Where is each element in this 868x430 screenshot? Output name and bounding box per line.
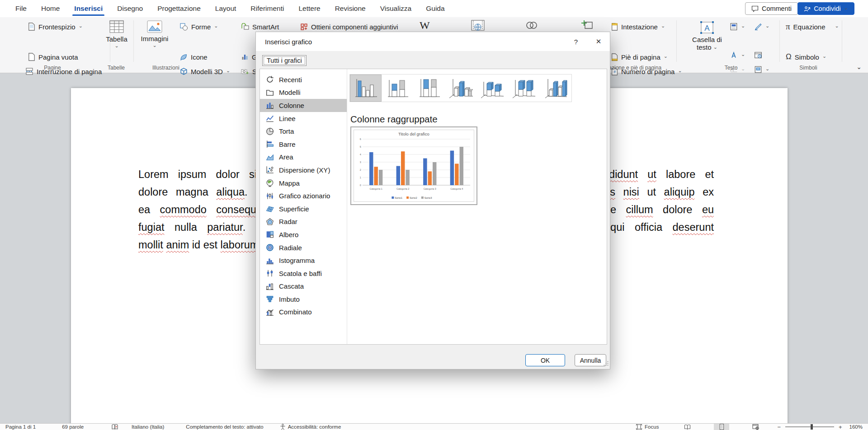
thumb-clustered-column[interactable] (350, 75, 382, 102)
models-3d-button[interactable]: Modelli 3D⌄ (180, 66, 230, 77)
menu-tab-inserisci[interactable]: Inserisci (67, 0, 110, 17)
symbol-button[interactable]: Ω Simbolo ⌄ (786, 51, 826, 62)
chart-category-radar[interactable]: Radar (260, 215, 347, 229)
smartart-button[interactable]: SmartArt (241, 21, 279, 32)
folder-chart-icon (266, 89, 274, 97)
chart-icon (241, 53, 249, 61)
thumb-stacked-column[interactable] (382, 75, 413, 102)
chart-category-scatola-e-baffi[interactable]: Scatola e baffi (260, 267, 347, 280)
link-button[interactable] (524, 20, 539, 31)
chart-category-linee[interactable]: Linee (260, 112, 347, 125)
area-chart-icon (266, 153, 274, 161)
focus-label[interactable]: Focus (645, 424, 659, 430)
menu-tab-visualizza[interactable]: Visualizza (373, 0, 419, 17)
text-completion-status[interactable]: Completamento del testo: attivato (186, 424, 263, 430)
chart-category-istogramma[interactable]: Istogramma (260, 254, 347, 267)
chart-category-mappa[interactable]: Mappa (260, 177, 347, 190)
chart-category-grafico-azionario[interactable]: Grafico azionario (260, 189, 347, 202)
chart-category-barre[interactable]: Barre (260, 138, 347, 151)
zoom-slider[interactable] (785, 426, 834, 427)
dialog-help-button[interactable]: ? (565, 32, 587, 51)
page-break-button[interactable]: Interruzione di pagina (25, 66, 102, 77)
map-chart-icon (266, 179, 274, 187)
menu-tab-lettere[interactable]: Lettere (291, 0, 327, 17)
dialog-close-button[interactable]: ✕ (587, 32, 610, 51)
online-video-button[interactable] (471, 20, 485, 31)
print-layout-button[interactable] (714, 424, 729, 430)
blank-page-button[interactable]: Pagina vuota (28, 51, 78, 62)
chart-category-modelli[interactable]: Modelli (260, 86, 347, 99)
table-button[interactable]: Tabella ⌄ (103, 20, 130, 47)
thumb-3d-stacked-column[interactable] (476, 75, 508, 102)
date-time-button[interactable] (754, 50, 762, 61)
menu-tab-home[interactable]: Home (34, 0, 67, 17)
tab-tutti-i-grafici[interactable]: Tutti i grafici (262, 55, 307, 66)
menu-tab-file[interactable]: File (8, 0, 34, 17)
wikipedia-button[interactable]: W (420, 20, 430, 31)
new-comment-button[interactable] (579, 20, 593, 31)
menu-tab-guida[interactable]: Guida (419, 0, 452, 17)
page-count-status[interactable]: Pagina 1 di 1 (5, 424, 36, 430)
footer-button[interactable]: Piè di pagina⌄ (611, 51, 668, 62)
chart-category-radiale[interactable]: Radiale (260, 241, 347, 254)
chart-category-dispersione-xy[interactable]: Dispersione (XY) (260, 164, 347, 177)
thumb-3d-100-stacked-column[interactable] (508, 75, 540, 102)
pictures-button[interactable]: Immagini ⌄ (138, 20, 171, 46)
focus-icon[interactable] (636, 424, 642, 430)
text-box-button[interactable]: A Casella di testo ⌄ (688, 20, 726, 51)
zoom-in-button[interactable]: + (838, 424, 843, 430)
menu-tab-riferimenti[interactable]: Riferimenti (243, 0, 291, 17)
chart-category-torta[interactable]: Torta (260, 125, 347, 138)
menu-tab-disegno[interactable]: Disegno (110, 0, 150, 17)
header-button[interactable]: Intestazione⌄ (611, 21, 665, 32)
chart-category-combinato[interactable]: Combinato (260, 306, 347, 319)
comments-button[interactable]: Commenti (745, 2, 798, 15)
menu-tab-progettazione[interactable]: Progettazione (150, 0, 208, 17)
resize-grip[interactable] (603, 360, 609, 368)
wordart-button[interactable]: ⌄ (754, 21, 769, 32)
chart-category-area[interactable]: Area (260, 151, 347, 164)
group-label-illustrazioni: Illustrazioni (152, 65, 179, 71)
read-mode-button[interactable] (679, 424, 695, 430)
zoom-out-button[interactable]: − (776, 424, 782, 430)
thumb-3d-clustered-column[interactable] (445, 75, 476, 102)
zoom-level[interactable]: 160% (849, 424, 863, 430)
thumb-3d-column[interactable] (540, 75, 571, 102)
dialog-titlebar[interactable]: Inserisci grafico ? ✕ (256, 32, 610, 51)
dropped-cap-button[interactable]: ⌄ (730, 50, 745, 61)
cancel-button[interactable]: Annulla (575, 354, 606, 366)
thumb-100-stacked-column[interactable] (413, 75, 445, 102)
proofing-icon[interactable] (112, 424, 118, 430)
chart-category-imbuto[interactable]: Imbuto (260, 293, 347, 306)
cover-page-button[interactable]: Frontespizio⌄ (28, 21, 83, 32)
word-count-status[interactable]: 69 parole (62, 424, 84, 430)
ok-button[interactable]: OK (525, 354, 565, 366)
quick-parts-button[interactable]: ⌄ (730, 21, 745, 32)
chart-category-recenti[interactable]: Recenti (260, 73, 347, 86)
share-button[interactable]: Condividi ⌄ (797, 2, 854, 15)
get-addins-button[interactable]: Ottieni componenti aggiuntivi (300, 21, 398, 32)
accessibility-icon[interactable] (280, 424, 286, 430)
web-layout-button[interactable] (748, 424, 764, 430)
language-status[interactable]: Italiano (Italia) (132, 424, 164, 430)
chart-preview-frame[interactable]: Titolo del grafico0123456Categoria 1Cate… (350, 126, 477, 205)
collapse-ribbon-chevron-icon[interactable]: ⌄ (856, 63, 862, 70)
equation-button[interactable]: π Equazione ⌄ (786, 21, 839, 32)
svg-text:0: 0 (360, 184, 361, 187)
chevron-down-icon: ⌄ (114, 44, 118, 47)
shapes-button[interactable]: Forme⌄ (180, 21, 218, 32)
chart-subtype-pane: Colonne raggruppate Titolo del grafico01… (347, 69, 607, 344)
chart-category-cascata[interactable]: Cascata (260, 280, 347, 293)
zoom-slider-thumb[interactable] (811, 424, 813, 430)
blank-page-icon (28, 53, 35, 61)
chart-category-albero[interactable]: Albero (260, 228, 347, 241)
chart-category-superficie[interactable]: Superficie (260, 202, 347, 215)
menu-tab-revisione[interactable]: Revisione (328, 0, 373, 17)
icons-button[interactable]: Icone (180, 51, 208, 62)
footer-icon (611, 53, 618, 61)
accessibility-status[interactable]: Accessibilità: conforme (288, 424, 341, 430)
object-button[interactable]: ⌄ (754, 64, 769, 75)
chart-category-colonne[interactable]: Colonne (260, 99, 347, 112)
menu-tab-layout[interactable]: Layout (208, 0, 244, 17)
object-icon (754, 65, 762, 74)
